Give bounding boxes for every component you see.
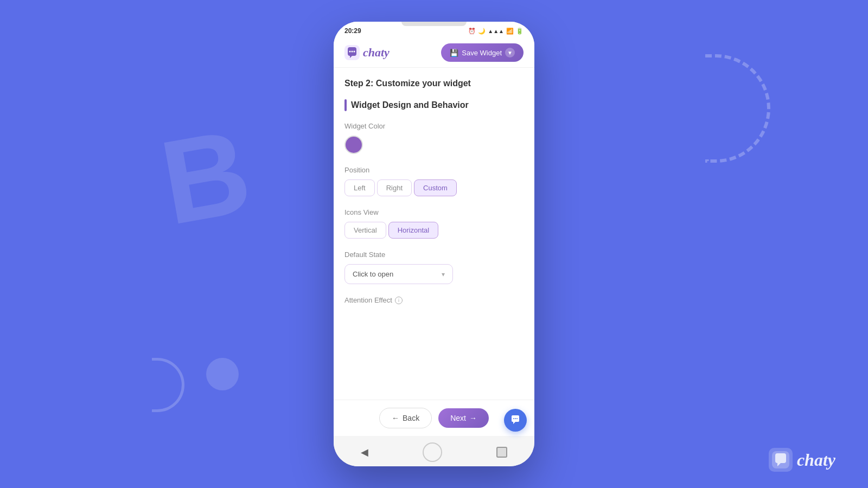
icons-vertical-btn[interactable]: Vertical xyxy=(344,222,386,239)
save-dropdown-arrow[interactable]: ▼ xyxy=(505,48,515,57)
next-label: Next xyxy=(450,414,466,422)
logo-text: chaty xyxy=(363,46,390,60)
attention-effect-label: Attention Effect xyxy=(344,296,392,304)
icons-view-group: Icons View Vertical Horizontal xyxy=(344,208,524,239)
save-widget-label: Save Widget xyxy=(462,49,502,57)
battery-icon: 🔋 xyxy=(516,28,524,35)
save-widget-button[interactable]: 💾 Save Widget ▼ xyxy=(441,43,524,62)
logo-icon xyxy=(344,45,360,60)
next-button[interactable]: Next → xyxy=(438,408,489,428)
phone-frame: 20:29 ⏰ 🌙 ▲▲▲ 📶 🔋 chaty 💾 Save Widget ▼ xyxy=(334,22,534,466)
back-label: Back xyxy=(403,414,419,422)
status-icons: ⏰ 🌙 ▲▲▲ 📶 🔋 xyxy=(468,28,524,35)
save-icon: 💾 xyxy=(450,49,458,57)
back-button[interactable]: ← Back xyxy=(379,408,432,428)
svg-point-5 xyxy=(515,418,516,419)
signal-icon: ▲▲▲ xyxy=(488,28,504,34)
brand-corner-icon xyxy=(769,448,793,472)
nav-home-btn[interactable] xyxy=(423,442,442,462)
attention-effect-group: Attention Effect i xyxy=(344,296,524,304)
step-title: Step 2: Customize your widget xyxy=(344,79,524,88)
step-description: Customize your widget xyxy=(376,79,471,88)
status-time: 20:29 xyxy=(344,27,361,35)
brand-corner-text: chaty xyxy=(797,450,835,470)
step-prefix: Step 2: xyxy=(344,79,373,88)
widget-color-label: Widget Color xyxy=(344,122,524,130)
nav-back-btn[interactable]: ◀ xyxy=(361,446,368,458)
wifi-icon: 📶 xyxy=(506,28,514,35)
bottom-nav: ◀ xyxy=(334,436,534,466)
deco-b: B xyxy=(151,102,260,252)
deco-arc-left xyxy=(152,358,184,412)
section-title: Widget Design and Behavior xyxy=(351,100,469,110)
nav-recents-btn[interactable] xyxy=(496,447,507,458)
default-state-select[interactable]: Click to open ▾ xyxy=(344,264,453,284)
footer-bar: ← Back Next → xyxy=(334,400,534,436)
back-arrow-icon: ← xyxy=(392,414,399,422)
select-arrow-icon: ▾ xyxy=(442,271,445,278)
chat-fab-button[interactable] xyxy=(504,409,527,432)
widget-color-swatch[interactable] xyxy=(344,136,363,154)
icons-view-btn-group: Vertical Horizontal xyxy=(344,222,524,239)
svg-point-4 xyxy=(513,418,514,419)
section-bar xyxy=(344,99,347,111)
brand-corner: chaty xyxy=(769,448,835,472)
icons-horizontal-btn[interactable]: Horizontal xyxy=(388,222,439,239)
deco-avatar xyxy=(206,358,239,390)
svg-point-2 xyxy=(352,51,353,53)
status-bar: 20:29 ⏰ 🌙 ▲▲▲ 📶 🔋 xyxy=(334,22,534,38)
position-right-btn[interactable]: Right xyxy=(377,179,412,196)
section-header: Widget Design and Behavior xyxy=(344,99,524,111)
next-arrow-icon: → xyxy=(469,414,477,422)
default-state-group: Default State Click to open ▾ xyxy=(344,251,524,284)
chat-fab-icon xyxy=(509,414,521,426)
attention-effect-label-row: Attention Effect i xyxy=(344,296,524,304)
app-header: chaty 💾 Save Widget ▼ xyxy=(334,38,534,68)
alarm-icon: ⏰ xyxy=(468,28,476,35)
position-label: Position xyxy=(344,166,524,174)
position-group: Position Left Right Custom xyxy=(344,166,524,196)
moon-icon: 🌙 xyxy=(478,28,486,35)
default-state-value: Click to open xyxy=(353,270,393,278)
widget-color-group: Widget Color xyxy=(344,122,524,154)
main-content: Step 2: Customize your widget Widget Des… xyxy=(334,68,534,400)
svg-point-1 xyxy=(349,51,351,53)
default-state-label: Default State xyxy=(344,251,524,259)
icons-view-label: Icons View xyxy=(344,208,524,216)
attention-effect-info-icon[interactable]: i xyxy=(395,297,403,304)
deco-arc-right xyxy=(705,54,770,163)
position-custom-btn[interactable]: Custom xyxy=(414,179,457,196)
svg-point-6 xyxy=(516,418,518,419)
position-btn-group: Left Right Custom xyxy=(344,179,524,196)
notch xyxy=(401,22,467,26)
logo: chaty xyxy=(344,45,390,60)
position-left-btn[interactable]: Left xyxy=(344,179,375,196)
svg-point-3 xyxy=(354,51,355,53)
